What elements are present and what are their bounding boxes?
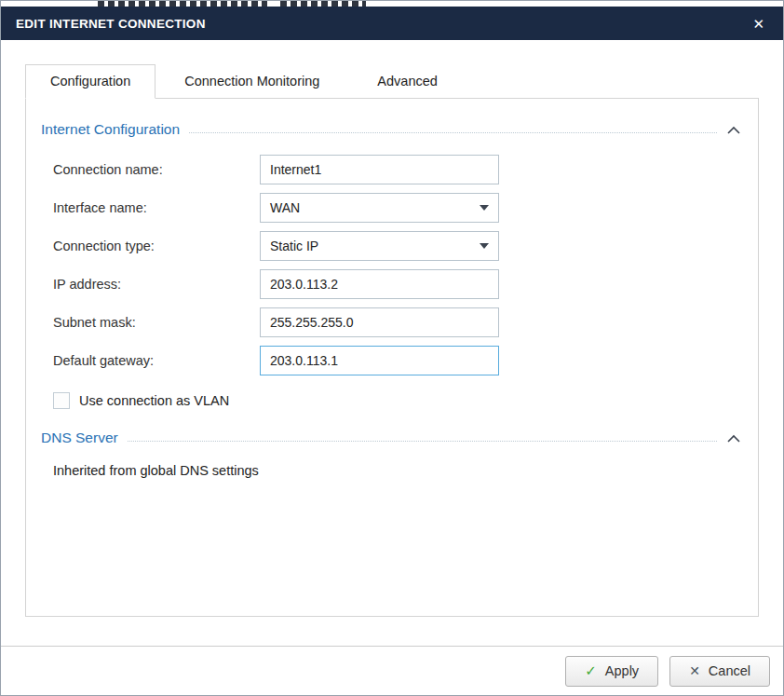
chevron-down-icon [480,243,489,249]
connection-type-select[interactable]: Static IP [260,231,499,261]
close-icon[interactable]: ✕ [749,13,768,34]
dns-server-title: DNS Server [41,430,128,446]
subnet-mask-label: Subnet mask: [53,315,260,330]
form-row-default-gateway: Default gateway: [53,346,741,375]
connection-type-value: Static IP [270,239,318,253]
connection-type-label: Connection type: [53,239,260,253]
tab-bar: Configuration Connection Monitoring Adva… [25,64,759,98]
check-icon: ✓ [585,662,597,679]
form-row-connection-type: Connection type: Static IP [53,231,741,261]
cancel-button[interactable]: ✕ Cancel [669,656,770,687]
dns-server-section: DNS Server Inherited from global DNS set… [53,430,741,478]
interface-name-select[interactable]: WAN [260,193,499,223]
default-gateway-label: Default gateway: [53,353,260,368]
vlan-checkbox[interactable] [53,392,70,409]
interface-name-value: WAN [270,200,300,215]
connection-name-input[interactable] [260,155,499,184]
internet-configuration-title: Internet Configuration [41,121,189,138]
dns-server-section-header: DNS Server [41,430,741,446]
apply-button[interactable]: ✓ Apply [565,656,658,687]
section-divider [189,132,717,133]
internet-configuration-form: Connection name: Interface name: WAN Con… [53,155,741,409]
dialog-content: Configuration Connection Monitoring Adva… [1,40,783,617]
edit-internet-connection-dialog: EDIT INTERNET CONNECTION ✕ Configuration… [0,0,784,696]
section-divider [128,441,717,442]
form-row-subnet-mask: Subnet mask: [53,307,741,337]
collapse-chevron-icon[interactable] [726,126,741,135]
x-icon: ✕ [689,663,700,678]
form-row-ip-address: IP address: [53,269,741,299]
dialog-titlebar: EDIT INTERNET CONNECTION ✕ [1,7,783,40]
tab-connection-monitoring[interactable]: Connection Monitoring [155,64,348,99]
tab-advanced[interactable]: Advanced [348,64,466,99]
subnet-mask-input[interactable] [260,307,499,337]
cancel-button-label: Cancel [709,663,750,678]
vlan-checkbox-label: Use connection as VLAN [79,393,229,408]
connection-name-label: Connection name: [53,162,260,177]
form-row-interface-name: Interface name: WAN [53,193,741,223]
configuration-panel: Internet Configuration Connection name: … [25,98,759,617]
internet-configuration-section-header: Internet Configuration [41,121,741,138]
background-clipped-text [98,1,267,7]
ip-address-input[interactable] [260,269,499,299]
default-gateway-input[interactable] [260,346,499,375]
form-row-connection-name: Connection name: [53,155,741,184]
background-clipped-text [280,1,366,7]
collapse-chevron-icon[interactable] [726,434,741,444]
tab-configuration[interactable]: Configuration [25,64,155,99]
dns-inherited-text: Inherited from global DNS settings [53,463,741,478]
apply-button-label: Apply [605,663,639,678]
chevron-down-icon [480,205,489,211]
vlan-checkbox-row: Use connection as VLAN [53,392,741,409]
dialog-footer: ✓ Apply ✕ Cancel [1,646,783,695]
interface-name-label: Interface name: [53,200,260,215]
background-window-edge [1,1,783,7]
dialog-title: EDIT INTERNET CONNECTION [16,17,749,31]
ip-address-label: IP address: [53,277,260,292]
